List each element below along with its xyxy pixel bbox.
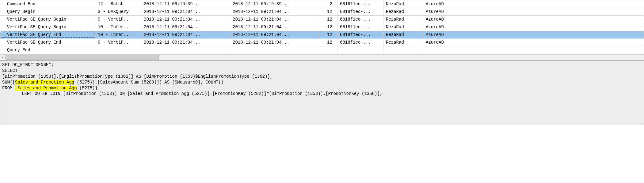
guid-cell (337, 46, 383, 54)
event-cell: VertiPaq SE Query End (0, 31, 95, 39)
current-time-cell: 2018-12-11 09:21:04... (230, 16, 319, 23)
count-cell: 12 (319, 16, 337, 23)
start-time-cell (141, 46, 230, 54)
sql-detail-pane[interactable]: SET DC_KIND="DENSE"; SELECT [DimPromotio… (0, 60, 644, 125)
current-time-cell: 2018-12-11 09:21:04... (230, 39, 319, 46)
current-time-cell: 2018-12-11 09:21:04... (230, 8, 319, 16)
horizontal-scrollbar[interactable]: ❮ (0, 54, 644, 60)
user-cell: RezaRad (383, 8, 423, 16)
count-cell: 2 (319, 0, 337, 8)
subclass-cell (95, 46, 141, 54)
auth-cell: AzureAD (423, 39, 644, 46)
guid-cell: 6818f1ec-... (337, 8, 383, 16)
user-cell (383, 46, 423, 54)
table-row[interactable]: VertiPaq SE Query End0 - VertiP...2018-1… (0, 39, 644, 46)
current-time-cell: 2018-12-11 09:21:04... (230, 31, 319, 39)
subclass-cell: 0 - VertiP... (95, 16, 141, 23)
subclass-cell: 10 - Inter... (95, 31, 141, 39)
event-cell: VertiPaq SE Query End (0, 39, 95, 46)
current-time-cell: 2018-12-11 09:19:39... (230, 0, 319, 8)
start-time-cell: 2018-12-11 09:19:39... (141, 0, 230, 8)
sql-line: (5275)].[SalesAmount Sum (5283)]) AS [$M… (74, 80, 223, 85)
user-cell: RezaRad (383, 23, 423, 31)
scroll-left-arrow[interactable]: ❮ (0, 55, 6, 60)
count-cell: 12 (319, 23, 337, 31)
table-row[interactable]: Query End (0, 46, 644, 54)
scroll-track[interactable] (6, 55, 159, 60)
event-cell: VertiPaq SE Query Begin (0, 16, 95, 23)
start-time-cell: 2018-12-11 09:21:04... (141, 31, 230, 39)
user-cell: RezaRad (383, 16, 423, 23)
event-cell: Query End (0, 46, 95, 54)
auth-cell: AzureAD (423, 8, 644, 16)
sql-line: FROM (2, 86, 15, 91)
table-row[interactable]: Command End12 - Batch2018-12-11 09:19:39… (0, 0, 644, 8)
user-cell: RezaRad (383, 0, 423, 8)
start-time-cell: 2018-12-11 09:21:04... (141, 16, 230, 23)
guid-cell: 6818f1ec-... (337, 23, 383, 31)
event-cell: VertiPaq SE Query Begin (0, 23, 95, 31)
count-cell: 12 (319, 8, 337, 16)
guid-cell: 6818f1ec-... (337, 31, 383, 39)
subclass-cell: 10 - Inter... (95, 23, 141, 31)
start-time-cell: 2018-12-11 09:21:04... (141, 8, 230, 16)
current-time-cell (230, 46, 319, 54)
guid-cell: 6818f1ec-... (337, 39, 383, 46)
start-time-cell: 2018-12-11 09:21:04... (141, 23, 230, 31)
auth-cell: AzureAD (423, 0, 644, 8)
count-cell: 12 (319, 31, 337, 39)
table-row[interactable]: VertiPaq SE Query End10 - Inter...2018-1… (0, 31, 644, 39)
sql-line: SELECT (2, 68, 17, 73)
table-row[interactable]: Query Begin3 - DAXQuery2018-12-11 09:21:… (0, 8, 644, 16)
current-time-cell: 2018-12-11 09:21:04... (230, 23, 319, 31)
sql-line: (5275)] (77, 86, 97, 91)
sql-highlight: Sales and Promotion Agg (15, 80, 74, 85)
subclass-cell: 0 - VertiP... (95, 39, 141, 46)
events-grid[interactable]: Command End12 - Batch2018-12-11 09:19:39… (0, 0, 644, 54)
sql-line: LEFT OUTER JOIN [DimPromotion (1353)] ON… (22, 91, 382, 96)
user-cell: RezaRad (383, 31, 423, 39)
user-cell: RezaRad (383, 39, 423, 46)
count-cell: 12 (319, 39, 337, 46)
scroll-thumb[interactable] (6, 55, 159, 60)
sql-line: SET DC_KIND="DENSE"; (2, 62, 54, 67)
start-time-cell: 2018-12-11 09:21:04... (141, 39, 230, 46)
subclass-cell: 3 - DAXQuery (95, 8, 141, 16)
table-row[interactable]: VertiPaq SE Query Begin0 - VertiP...2018… (0, 16, 644, 23)
guid-cell: 6818f1ec-... (337, 0, 383, 8)
table-row[interactable]: VertiPaq SE Query Begin10 - Inter...2018… (0, 23, 644, 31)
auth-cell: AzureAD (423, 16, 644, 23)
sql-highlight: [Sales and Promotion Agg (15, 86, 77, 91)
event-cell: Query Begin (0, 8, 95, 16)
event-cell: Command End (0, 0, 95, 8)
count-cell (319, 46, 337, 54)
sql-line: [DimPromotion (1353)].[EnglishPromotionT… (2, 74, 272, 79)
sql-line: SUM([ (2, 80, 15, 85)
guid-cell: 6818f1ec-... (337, 16, 383, 23)
auth-cell (423, 46, 644, 54)
auth-cell: AzureAD (423, 31, 644, 39)
auth-cell: AzureAD (423, 23, 644, 31)
subclass-cell: 12 - Batch (95, 0, 141, 8)
